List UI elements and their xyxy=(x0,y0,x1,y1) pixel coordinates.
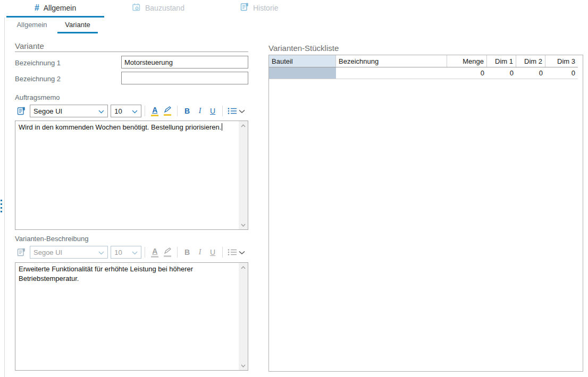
beschreibung-scrollbar[interactable] xyxy=(239,263,248,370)
toolbar-more-button[interactable] xyxy=(239,249,245,256)
tab-label: Bauzustand xyxy=(145,4,184,12)
stueckliste-panel: Bauteil Bezeichnung Menge Dim 1 Dim 2 Di… xyxy=(268,55,583,372)
color-bar xyxy=(151,115,158,116)
font-family-select[interactable]: Segoe UI xyxy=(30,105,108,117)
auftragsmemo-textarea[interactable]: Wird in den kommenden Wochen benötigt. B… xyxy=(15,121,248,230)
auftragsmemo-label: Auftragsmemo xyxy=(15,93,60,101)
subtab-label: Allgemein xyxy=(16,21,47,29)
toolbar-separator xyxy=(222,106,223,116)
memo-scrollbar[interactable] xyxy=(239,121,248,229)
underline-button[interactable]: U xyxy=(208,105,217,117)
bezeichnung2-input[interactable] xyxy=(121,72,248,84)
active-subtab-underline xyxy=(57,32,98,33)
chevron-down-icon xyxy=(239,109,245,114)
chevron-down-icon xyxy=(98,251,104,255)
column-header-menge[interactable]: Menge xyxy=(447,55,487,67)
subtab-variante[interactable]: Variante xyxy=(57,18,98,32)
column-header-dim1[interactable]: Dim 1 xyxy=(487,55,516,67)
bold-label: B xyxy=(184,107,190,115)
highlight-bar xyxy=(164,255,171,257)
column-header-dim2[interactable]: Dim 2 xyxy=(516,55,545,67)
scroll-down-icon[interactable] xyxy=(239,361,248,370)
column-header-bauteil[interactable]: Bauteil xyxy=(269,55,336,67)
memo-icon xyxy=(17,107,26,116)
stueckliste-heading: Varianten-Stückliste xyxy=(268,44,339,53)
font-size-value: 10 xyxy=(114,249,122,256)
tab-label: Historie xyxy=(253,4,278,12)
toolbar-separator xyxy=(145,106,145,116)
cell-menge[interactable]: 0 xyxy=(447,67,487,79)
font-size-value: 10 xyxy=(114,107,122,115)
bold-button[interactable]: B xyxy=(182,246,192,258)
stueckliste-grid: Bauteil Bezeichnung Menge Dim 1 Dim 2 Di… xyxy=(269,55,578,79)
font-family-value: Segoe UI xyxy=(33,249,62,256)
font-family-select[interactable]: Segoe UI xyxy=(30,246,108,259)
variante-heading: Variante xyxy=(15,41,44,50)
cell-bauteil[interactable] xyxy=(269,67,336,79)
bezeichnung2-label: Bezeichnung 2 xyxy=(15,75,61,83)
tab-allgemein-main[interactable]: # Allgemein xyxy=(6,0,104,16)
color-bar xyxy=(151,256,158,258)
panel-divider xyxy=(4,18,5,377)
scroll-up-icon[interactable] xyxy=(239,263,248,272)
hash-icon: # xyxy=(35,3,39,13)
memo-editor-toolbar: Segoe UI 10 A B I U xyxy=(15,104,248,118)
grid-header-row: Bauteil Bezeichnung Menge Dim 1 Dim 2 Di… xyxy=(269,55,578,67)
book-icon xyxy=(240,3,249,13)
chevron-down-icon xyxy=(239,251,245,255)
font-color-label: A xyxy=(152,106,157,114)
chevron-down-icon xyxy=(98,110,104,114)
bullet-list-button[interactable] xyxy=(228,105,237,117)
bezeichnung1-input[interactable] xyxy=(121,56,248,68)
bullet-list-button[interactable] xyxy=(228,246,237,258)
italic-label: I xyxy=(199,107,201,115)
pencil-icon xyxy=(164,247,172,254)
toolbar-more-button[interactable] xyxy=(239,107,245,115)
beschreibung-text[interactable]: Erweiterte Funktionalität für erhöhte Le… xyxy=(15,263,239,370)
column-header-dim3[interactable]: Dim 3 xyxy=(545,55,578,67)
bold-button[interactable]: B xyxy=(182,105,192,117)
chevron-down-icon xyxy=(132,251,138,255)
highlight-button[interactable] xyxy=(163,246,172,258)
pencil-icon xyxy=(164,106,172,113)
memo-icon xyxy=(17,248,26,257)
cell-dim2[interactable]: 0 xyxy=(516,67,545,79)
underline-button[interactable]: U xyxy=(208,246,217,258)
scroll-down-icon[interactable] xyxy=(239,220,248,229)
scroll-up-icon[interactable] xyxy=(239,121,248,130)
font-size-select[interactable]: 10 xyxy=(111,246,141,259)
toolbar-separator xyxy=(145,247,145,258)
toolbar-separator xyxy=(222,247,223,258)
tab-label: Allgemein xyxy=(44,4,76,12)
font-color-button[interactable]: A xyxy=(150,246,159,258)
beschreibung-textarea[interactable]: Erweiterte Funktionalität für erhöhte Le… xyxy=(15,262,248,371)
font-color-button[interactable]: A xyxy=(150,105,159,117)
splitter-drag-handle[interactable] xyxy=(0,200,4,216)
underline-label: U xyxy=(210,249,215,256)
calendar-gear-icon xyxy=(132,3,141,13)
cell-dim1[interactable]: 0 xyxy=(487,67,516,79)
application-window: # Allgemein Bauzustand xyxy=(0,0,588,377)
tab-historie[interactable]: Historie xyxy=(240,0,288,16)
beschreibung-label: Varianten-Beschreibung xyxy=(15,235,89,243)
bullet-list-icon xyxy=(228,249,237,256)
subtab-label: Variante xyxy=(65,21,90,29)
italic-label: I xyxy=(199,249,201,256)
font-family-value: Segoe UI xyxy=(33,107,62,115)
heading-rule xyxy=(15,52,248,52)
font-size-select[interactable]: 10 xyxy=(111,105,141,117)
cell-bezeichnung[interactable] xyxy=(336,67,447,79)
subtab-allgemein[interactable]: Allgemein xyxy=(6,18,57,32)
cell-dim3[interactable]: 0 xyxy=(545,67,578,79)
highlight-bar xyxy=(164,114,171,116)
toolbar-separator xyxy=(177,106,178,116)
column-header-bezeichnung[interactable]: Bezeichnung xyxy=(336,55,447,67)
tab-bauzustand[interactable]: Bauzustand xyxy=(132,0,190,16)
highlight-button[interactable] xyxy=(163,105,172,117)
underline-label: U xyxy=(210,107,215,115)
memo-text[interactable]: Wird in den kommenden Wochen benötigt. B… xyxy=(15,121,239,229)
font-color-label: A xyxy=(152,247,157,255)
italic-button[interactable]: I xyxy=(195,105,205,117)
table-row[interactable]: 0 0 0 0 xyxy=(269,67,578,79)
italic-button[interactable]: I xyxy=(195,246,205,258)
